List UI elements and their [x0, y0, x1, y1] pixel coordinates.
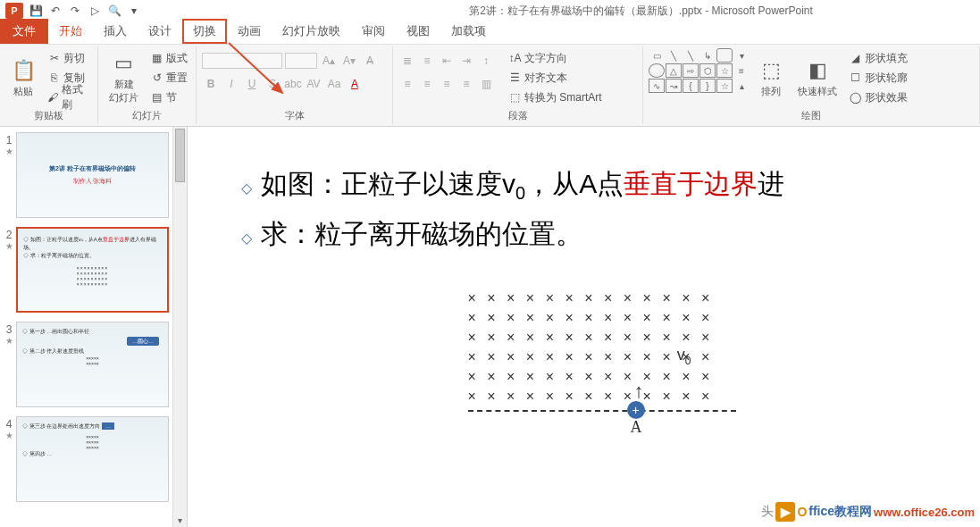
group-font-label: 字体	[202, 107, 387, 122]
slideshow-qat-icon[interactable]: ▷	[88, 4, 102, 18]
thumb1-title: 第2讲 粒子在有界磁场中的偏转	[49, 164, 136, 173]
watermark: 头 ▶ Office教程网 www.office26.com	[761, 502, 975, 522]
justify-button[interactable]: ≡	[457, 75, 475, 93]
tab-design[interactable]: 设计	[138, 19, 182, 44]
clear-format-icon[interactable]: A̶	[361, 52, 379, 70]
paste-button[interactable]: 📋 粘贴	[5, 48, 41, 107]
font-size-input[interactable]	[285, 53, 317, 69]
indent-button[interactable]: ⇥	[457, 52, 475, 70]
text-direction-icon: ↕A	[508, 52, 522, 65]
group-paragraph-label: 段落	[398, 107, 637, 122]
zoom-qat-icon[interactable]: 🔍	[107, 4, 121, 18]
undo-icon[interactable]: ↶	[48, 4, 63, 18]
tab-view[interactable]: 视图	[396, 19, 440, 44]
increase-font-icon[interactable]: A▴	[320, 52, 338, 70]
align-text-button[interactable]: ☰对齐文本	[506, 69, 605, 87]
magnetic-field-diagram: × × × × × × × × × × × × × × × × × × × × …	[468, 289, 736, 412]
star-icon: ★	[5, 146, 13, 156]
italic-button[interactable]: I	[222, 75, 240, 93]
scroll-thumb[interactable]	[175, 129, 185, 182]
smartart-icon: ⬚	[508, 91, 522, 105]
thumbs-scrollbar[interactable]: ▴ ▾	[172, 127, 187, 527]
save-icon[interactable]: 💾	[29, 4, 43, 18]
underline-button[interactable]: U	[243, 75, 261, 93]
decrease-font-icon[interactable]: A▾	[340, 52, 358, 70]
effects-label: 形状效果	[865, 90, 908, 105]
slide-text-2: 求：粒子离开磁场的位置。	[261, 216, 582, 253]
layout-label: 版式	[166, 51, 188, 66]
layout-button[interactable]: ▦版式	[147, 49, 190, 67]
new-slide-label: 新建 幻灯片	[109, 78, 138, 105]
window-title: 第2讲：粒子在有界磁场中的偏转（最新版）.pptx - Microsoft Po…	[141, 4, 980, 19]
columns-button[interactable]: ▥	[477, 75, 495, 93]
cut-button[interactable]: ✂剪切	[45, 49, 92, 67]
quick-styles-icon: ◧	[805, 58, 830, 83]
font-color-button[interactable]: A	[346, 75, 364, 93]
effects-icon: ◯	[849, 91, 862, 105]
new-slide-icon: ▭	[112, 51, 137, 76]
app-logo: P	[5, 3, 23, 19]
redo-icon[interactable]: ↷	[68, 4, 82, 18]
bullet-icon: ◇	[241, 180, 252, 197]
smartart-button[interactable]: ⬚转换为 SmartArt	[506, 88, 605, 106]
text-direction-button[interactable]: ↕A文字方向	[506, 49, 605, 67]
qat-more-icon[interactable]: ▾	[127, 4, 141, 18]
tab-addins[interactable]: 加载项	[440, 19, 497, 44]
align-left-button[interactable]: ≡	[398, 75, 416, 93]
aligntext-label: 对齐文本	[524, 71, 567, 86]
tab-animation[interactable]: 动画	[227, 19, 272, 44]
thumb-num-3: 3	[6, 323, 13, 336]
fill-icon: ◢	[849, 52, 862, 65]
align-right-button[interactable]: ≡	[438, 75, 456, 93]
velocity-label: v0	[677, 345, 691, 371]
spacing-button[interactable]: AV	[305, 75, 322, 93]
section-icon: ▤	[150, 91, 163, 105]
outdent-button[interactable]: ⇤	[438, 52, 456, 70]
arrange-button[interactable]: ⬚排列	[753, 48, 789, 107]
layout-icon: ▦	[150, 52, 163, 65]
shape-fill-button[interactable]: ◢形状填充	[846, 49, 910, 67]
star-icon: ★	[5, 241, 13, 251]
quick-styles-button[interactable]: ◧快速样式	[792, 48, 842, 107]
quickstyle-label: 快速样式	[798, 85, 837, 98]
font-family-input[interactable]	[202, 53, 282, 69]
tab-file[interactable]: 文件	[0, 19, 48, 44]
linespacing-button[interactable]: ↕	[477, 52, 495, 70]
tab-slideshow[interactable]: 幻灯片放映	[272, 19, 351, 44]
new-slide-button[interactable]: ▭ 新建 幻灯片	[104, 48, 144, 107]
shapes-gallery[interactable]: ▭╲╲↳▾ △⇨⬡☆≡ ∿↝{}☆▴	[649, 48, 750, 107]
tab-review[interactable]: 审阅	[351, 19, 396, 44]
tab-home[interactable]: 开始	[48, 19, 93, 44]
reset-button[interactable]: ↺重置	[147, 69, 190, 87]
outline-icon: ☐	[849, 71, 862, 85]
slide-thumb-4[interactable]: 4★ ◇ 第三步 在边界处画出速度方向 … ××××××××××××××× ◇ …	[2, 416, 169, 502]
outline-label: 形状轮廓	[865, 71, 908, 86]
tab-transition[interactable]: 切换	[182, 19, 227, 44]
shape-outline-button[interactable]: ☐形状轮廓	[846, 69, 910, 87]
arrange-icon: ⬚	[758, 58, 783, 83]
bold-button[interactable]: B	[202, 75, 220, 93]
case-button[interactable]: Aa	[325, 75, 343, 93]
fill-label: 形状填充	[865, 51, 908, 66]
scroll-down-icon[interactable]: ▾	[173, 513, 187, 527]
strike-button[interactable]: S	[264, 75, 281, 93]
slide-thumb-3[interactable]: 3★ ◇ 第一步 …画出圆心和半径 …圆心… ◇ 第二步 作入射速度垂线 ×××…	[2, 322, 169, 407]
watermark-logo-icon: ▶	[775, 502, 795, 522]
reset-icon: ↺	[150, 71, 163, 85]
section-button[interactable]: ▤节	[147, 88, 190, 106]
shadow-button[interactable]: abc	[284, 75, 302, 93]
slide-thumb-1[interactable]: 1★ 第2讲 粒子在有界磁场中的偏转 制作人 张海科	[2, 132, 169, 218]
slide-text-1: 如图：正粒子以速度v0，从A点垂直于边界进	[261, 166, 784, 204]
tab-insert[interactable]: 插入	[93, 19, 138, 44]
shape-effects-button[interactable]: ◯形状效果	[846, 88, 910, 106]
reset-label: 重置	[166, 71, 188, 86]
slide-thumb-2[interactable]: 2★ ◇ 如图：正粒子以速度v₀，从A点垂直于边界进入有界磁场。 ◇ 求：粒子离…	[2, 227, 169, 313]
align-center-button[interactable]: ≡	[418, 75, 436, 93]
numbering-button[interactable]: ≡	[418, 52, 436, 70]
arrow-up-icon: ↑	[634, 381, 644, 401]
star-icon: ★	[5, 336, 13, 346]
format-painter-button[interactable]: 🖌格式刷	[45, 88, 92, 106]
slide-canvas[interactable]: ◇ 如图：正粒子以速度v0，从A点垂直于边界进 ◇ 求：粒子离开磁场的位置。 ×…	[223, 139, 980, 439]
bullets-button[interactable]: ≣	[398, 52, 416, 70]
star-icon: ★	[5, 431, 13, 440]
